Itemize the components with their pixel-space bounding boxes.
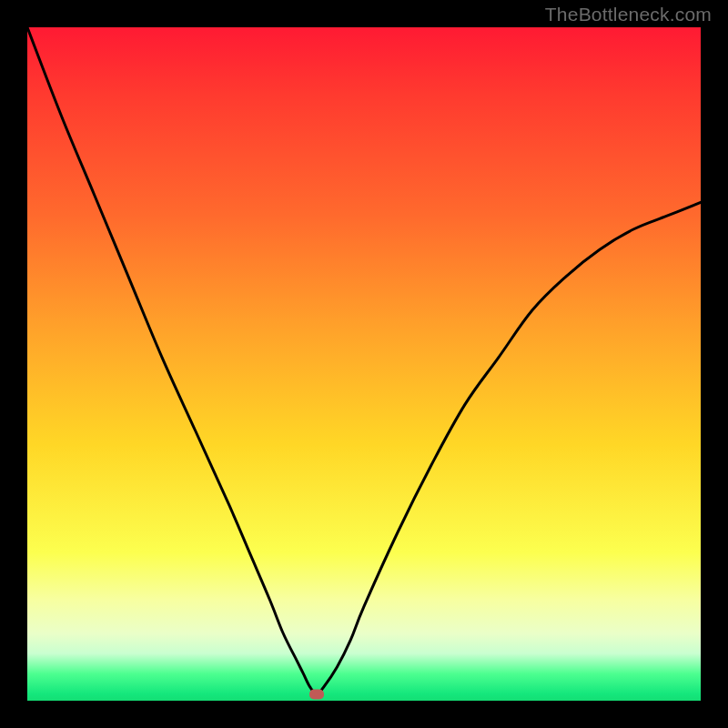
minimum-marker (309, 689, 324, 699)
plot-area (27, 27, 701, 701)
bottleneck-curve (27, 27, 701, 694)
curve-svg (27, 27, 701, 701)
chart-frame: TheBottleneck.com (0, 0, 728, 728)
watermark-text: TheBottleneck.com (545, 4, 712, 25)
